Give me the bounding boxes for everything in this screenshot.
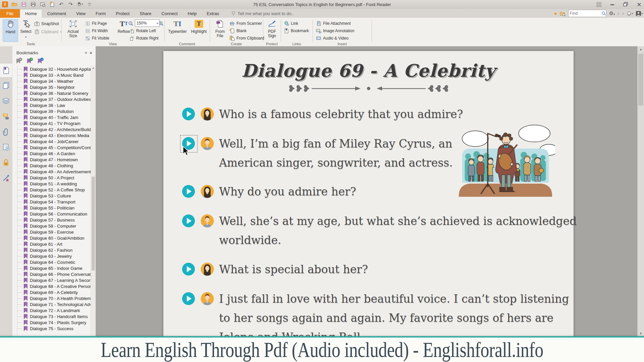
bookmark-item[interactable]: Dialogue 74 - Plastic Surgery: [12, 319, 91, 325]
zoom-out-button[interactable]: [128, 20, 133, 27]
bookmark-item[interactable]: Dialogue 70 - A Health Problem: [12, 295, 91, 301]
bookmark-item[interactable]: Dialogue 67 - Learning A Second La: [12, 277, 91, 283]
attachments-panel-icon[interactable]: [0, 125, 12, 139]
account-avatar-icon[interactable]: ▾: [636, 11, 643, 16]
comments-panel-icon[interactable]: [0, 109, 12, 123]
bookmark-item[interactable]: Dialogue 73 - Handcraft Items: [12, 313, 91, 319]
bookmark-item[interactable]: Dialogue 41 - TV Program: [12, 120, 91, 126]
forward-navigation-icon[interactable]: ›: [622, 10, 624, 16]
link-button[interactable]: Link: [284, 20, 298, 27]
bookmark-item[interactable]: Dialogue 48 - Clothing: [12, 163, 91, 169]
sign-panel-icon[interactable]: [0, 171, 12, 185]
create-from-clipboard-button[interactable]: From Clipboard: [229, 35, 264, 42]
bookmarks-panel-icon[interactable]: [0, 63, 12, 78]
tab-home[interactable]: Home: [20, 9, 42, 18]
hand-tool-button[interactable]: Hand: [3, 19, 18, 42]
find-input[interactable]: [569, 11, 601, 16]
minimize-button[interactable]: [609, 1, 615, 7]
rotate-right-button[interactable]: Rotate Right: [129, 35, 159, 42]
settings-gear-icon[interactable]: ⚙▾: [609, 10, 615, 16]
undo-icon[interactable]: ↶: [58, 1, 64, 7]
bookmark-button[interactable]: Bookmark: [284, 27, 309, 34]
audio-play-button[interactable]: [182, 215, 195, 227]
clipboard-button[interactable]: Clipboard▾: [34, 28, 61, 35]
scroll-up-icon[interactable]: ▲: [91, 67, 96, 69]
bookmark-item[interactable]: Dialogue 66 - Phone Conversation: [12, 271, 91, 277]
audio-video-button[interactable]: Audio & Video: [316, 35, 348, 42]
bookmark-item[interactable]: Dialogue 62 - Fashion: [12, 247, 91, 253]
scroll-down-icon[interactable]: ▼: [638, 332, 644, 335]
file-attachment-button[interactable]: File Attachment: [316, 20, 351, 27]
email-icon[interactable]: [39, 1, 46, 7]
customize-toolbar-icon[interactable]: [86, 1, 93, 7]
bookmark-item[interactable]: Dialogue 46 - A Garden: [12, 150, 91, 157]
document-scrollbar[interactable]: ▲ ▼: [637, 46, 644, 362]
bookmark-item[interactable]: Dialogue 65 - Indoor Game: [12, 265, 91, 271]
add-bookmark-icon[interactable]: +: [27, 59, 32, 64]
print-icon[interactable]: [30, 1, 36, 7]
fit-visible-button[interactable]: Fit Visible: [85, 35, 109, 42]
bookmark-item[interactable]: Dialogue 59 - Exercise: [12, 229, 91, 235]
bookmark-item[interactable]: Dialogue 32 - Household Appliance: [12, 66, 91, 72]
bookmark-item[interactable]: Dialogue 63 - Jewelry: [12, 253, 91, 259]
create-blank-button[interactable]: Blank: [229, 27, 247, 34]
tab-help[interactable]: Help: [183, 9, 202, 18]
bookmarks-scrollbar[interactable]: ▲ ▼: [91, 66, 96, 357]
tab-comment[interactable]: Comment: [42, 9, 71, 18]
foxit-logo-icon[interactable]: f: [2, 1, 8, 7]
open-file-icon[interactable]: [11, 1, 17, 7]
bookmark-item[interactable]: Dialogue 36 - Natural Scenery: [12, 90, 91, 96]
bookmark-item[interactable]: Dialogue 54 - Transport: [12, 199, 91, 205]
search-icon[interactable]: [601, 11, 606, 16]
audio-play-button[interactable]: [182, 185, 195, 198]
audio-play-button[interactable]: [182, 263, 195, 276]
dock-layout-icon[interactable]: [596, 1, 602, 7]
bookmark-item[interactable]: Dialogue 42 - Architecture/Building: [12, 126, 91, 132]
bookmark-item[interactable]: Dialogue 64 - Cosmetic: [12, 259, 91, 265]
bookmark-item[interactable]: Dialogue 33 - A Music Band: [12, 72, 91, 78]
bookmark-item[interactable]: Dialogue 47 - Hometown: [12, 157, 91, 163]
layers-panel-icon[interactable]: [0, 94, 12, 108]
save-icon[interactable]: [20, 1, 27, 7]
bookmark-item[interactable]: Dialogue 50 - A Project: [12, 175, 91, 181]
tab-view[interactable]: View: [71, 9, 91, 18]
panel-expand-icon[interactable]: »: [85, 50, 88, 55]
typewriter-button[interactable]: TI Typewriter: [167, 19, 188, 34]
tab-protect[interactable]: Protect: [111, 9, 135, 18]
snapshot-button[interactable]: SnapShot: [34, 20, 59, 27]
zoom-level-select[interactable]: 150%▾: [135, 19, 160, 27]
bookmark-item[interactable]: Dialogue 39 - Pollution: [12, 108, 91, 114]
tab-share[interactable]: Share: [135, 9, 156, 18]
hand-tool-quick-icon[interactable]: ▾: [77, 1, 83, 7]
bookmark-item[interactable]: Dialogue 44 - Job/Career: [12, 138, 91, 144]
bookmark-item[interactable]: Dialogue 68 - A Creative Person: [12, 283, 91, 289]
bookmark-item[interactable]: Dialogue 38 - Law: [12, 102, 91, 108]
audio-play-button[interactable]: [182, 292, 195, 305]
new-document-icon[interactable]: [49, 1, 55, 7]
rotate-left-button[interactable]: Rotate Left: [129, 27, 156, 34]
zoom-in-button[interactable]: [158, 20, 164, 27]
tell-me-search[interactable]: Tell me what you want to do..: [231, 9, 294, 18]
bookmark-item[interactable]: Dialogue 61 - Art: [12, 241, 91, 247]
panel-collapse-icon[interactable]: ◂: [90, 50, 92, 55]
digital-signatures-panel-icon[interactable]: [0, 140, 12, 154]
bookmark-item[interactable]: Dialogue 49 - An Advertisement: [12, 169, 91, 175]
bookmark-item[interactable]: Dialogue 51 - A wedding: [12, 181, 91, 187]
audio-play-button[interactable]: [182, 108, 195, 120]
bookmark-item[interactable]: Dialogue 52 - A Coffee Shop: [12, 187, 91, 193]
bookmark-item[interactable]: Dialogue 45 - Competition/Contest: [12, 144, 91, 150]
goto-bookmark-icon[interactable]: →: [38, 59, 42, 64]
bookmark-item[interactable]: Dialogue 71 - Technological Advanc: [12, 301, 91, 307]
select-tool-button[interactable]: Select ▾: [18, 19, 34, 41]
bookmark-item[interactable]: Dialogue 72 - A Landmark: [12, 307, 91, 313]
restore-button[interactable]: [623, 1, 629, 7]
image-annotation-button[interactable]: Image Annotation: [316, 27, 354, 34]
favorites-heart-icon[interactable]: ♥: [554, 11, 557, 16]
back-navigation-icon[interactable]: ‹: [618, 10, 619, 16]
tab-form[interactable]: Form: [91, 9, 111, 18]
security-panel-icon[interactable]: [0, 156, 12, 170]
bookmark-item[interactable]: Dialogue 58 - Computer: [12, 223, 91, 229]
bookmark-item[interactable]: Dialogue 40 - Traffic Jam: [12, 114, 91, 120]
bottom-ad-banner[interactable]: Learn English Through Pdf (Audio include…: [0, 336, 644, 362]
fit-page-button[interactable]: Fit Page: [85, 20, 107, 27]
